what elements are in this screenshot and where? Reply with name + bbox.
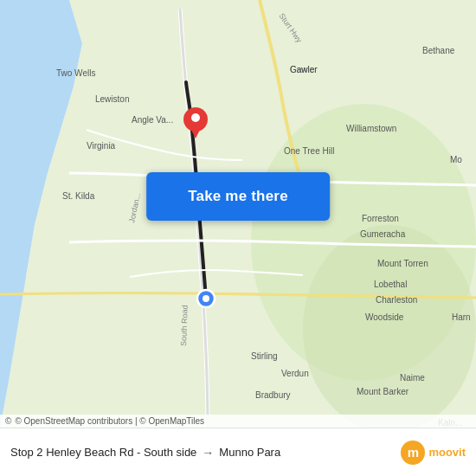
map-attribution: © © OpenStreetMap contributors | © OpenM… <box>0 415 476 428</box>
copyright-icon: © <box>5 416 11 426</box>
svg-text:Forreston: Forreston <box>362 214 399 223</box>
attribution-text: © OpenStreetMap contributors | © OpenMap… <box>15 416 204 426</box>
svg-point-36 <box>203 295 209 302</box>
svg-text:Mo: Mo <box>450 155 462 164</box>
svg-text:Gawler: Gawler <box>290 65 318 74</box>
svg-text:Charleston: Charleston <box>376 295 417 305</box>
moovit-icon: m <box>401 441 425 465</box>
svg-text:Gumeracha: Gumeracha <box>360 229 406 239</box>
svg-text:Mount Barker: Mount Barker <box>357 387 409 396</box>
arrow-icon: → <box>202 446 214 460</box>
svg-text:Lobethal: Lobethal <box>374 280 407 289</box>
app: Two Wells Lewiston Angle Va... Virginia … <box>0 0 476 476</box>
svg-text:Stirling: Stirling <box>251 351 278 361</box>
map-container: Two Wells Lewiston Angle Va... Virginia … <box>0 0 476 428</box>
route-info: Stop 2 Henley Beach Rd - South side → Mu… <box>10 446 401 460</box>
destination-label: Munno Para <box>219 446 280 459</box>
moovit-name: moovit <box>428 446 466 459</box>
svg-text:Harn: Harn <box>452 312 471 322</box>
svg-text:Woodside: Woodside <box>365 312 404 322</box>
svg-text:Virginia: Virginia <box>87 141 116 151</box>
svg-point-4 <box>303 225 476 428</box>
svg-point-34 <box>191 113 200 122</box>
svg-text:Angle Va...: Angle Va... <box>132 115 173 125</box>
svg-text:Mount Torren: Mount Torren <box>377 259 428 268</box>
svg-text:Bethane: Bethane <box>422 46 455 55</box>
current-location-marker <box>197 290 215 307</box>
bottom-bar: Stop 2 Henley Beach Rd - South side → Mu… <box>0 428 476 476</box>
svg-text:Two Wells: Two Wells <box>56 68 95 78</box>
svg-text:Bradbury: Bradbury <box>255 390 291 400</box>
svg-text:Naime: Naime <box>400 373 425 383</box>
svg-text:Williamstown: Williamstown <box>346 124 396 133</box>
svg-text:South Road: South Road <box>179 305 190 346</box>
svg-text:Lewiston: Lewiston <box>95 94 129 104</box>
svg-text:St. Kilda: St. Kilda <box>62 191 95 201</box>
moovit-logo: m moovit <box>401 441 466 465</box>
origin-label: Stop 2 Henley Beach Rd - South side <box>10 446 196 459</box>
take-me-there-button[interactable]: Take me there <box>146 172 330 221</box>
svg-text:One Tree Hill: One Tree Hill <box>284 146 334 156</box>
svg-text:Verdun: Verdun <box>281 369 309 378</box>
